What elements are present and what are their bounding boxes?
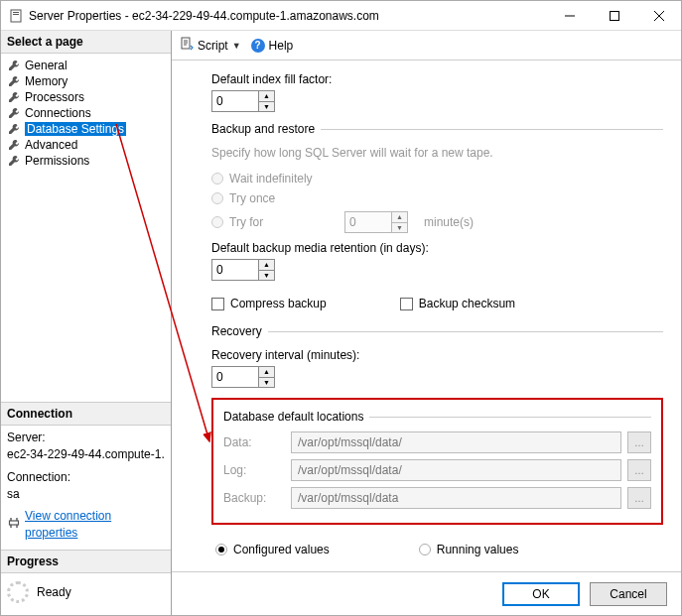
connection-header: Connection bbox=[1, 403, 171, 426]
close-button[interactable] bbox=[636, 1, 681, 30]
help-button[interactable]: ? Help bbox=[251, 39, 294, 53]
try-for-label: Try for bbox=[229, 215, 339, 229]
fill-factor-label: Default index fill factor: bbox=[211, 72, 663, 86]
page-label: Permissions bbox=[25, 154, 89, 168]
left-panel: Select a page General Memory Processors … bbox=[1, 31, 172, 615]
server-label: Server: bbox=[7, 430, 165, 446]
page-item-connections[interactable]: Connections bbox=[3, 105, 169, 121]
page-label: Memory bbox=[25, 74, 68, 88]
page-item-processors[interactable]: Processors bbox=[3, 89, 169, 105]
spin-up[interactable]: ▲ bbox=[259, 367, 274, 378]
window-title: Server Properties - ec2-34-229-49-44.com… bbox=[29, 9, 547, 23]
page-label: Processors bbox=[25, 90, 84, 104]
recovery-header: Recovery bbox=[211, 324, 262, 338]
fill-factor-input[interactable] bbox=[212, 91, 258, 111]
log-browse-button[interactable]: … bbox=[627, 459, 651, 481]
page-item-permissions[interactable]: Permissions bbox=[3, 153, 169, 169]
configured-values-radio[interactable] bbox=[215, 544, 227, 555]
backup-path-label: Backup: bbox=[223, 491, 285, 505]
backup-path-input[interactable]: /var/opt/mssql/data bbox=[291, 487, 621, 509]
window: Server Properties - ec2-34-229-49-44.com… bbox=[0, 0, 682, 616]
view-connection-properties-link[interactable]: View connection properties bbox=[7, 508, 165, 542]
spin-up[interactable]: ▲ bbox=[259, 260, 274, 271]
database-default-locations-highlight: Database default locations Data: /var/op… bbox=[211, 398, 663, 525]
page-list: General Memory Processors Connections Da… bbox=[1, 54, 171, 173]
titlebar: Server Properties - ec2-34-229-49-44.com… bbox=[1, 1, 681, 31]
chevron-down-icon: ▼ bbox=[232, 41, 241, 51]
spin-up: ▲ bbox=[392, 212, 407, 223]
data-browse-button[interactable]: … bbox=[627, 431, 651, 453]
wrench-icon bbox=[7, 154, 21, 168]
wrench-icon bbox=[7, 122, 21, 136]
fill-factor-spinner[interactable]: ▲▼ bbox=[211, 90, 275, 112]
wrench-icon bbox=[7, 138, 21, 152]
page-label: Connections bbox=[25, 106, 91, 120]
help-label: Help bbox=[269, 39, 294, 53]
media-retention-spinner[interactable]: ▲▼ bbox=[211, 259, 275, 281]
ok-button[interactable]: OK bbox=[502, 582, 580, 606]
db-locations-header: Database default locations bbox=[223, 410, 363, 424]
window-buttons bbox=[547, 1, 681, 30]
recovery-interval-label: Recovery interval (minutes): bbox=[211, 348, 663, 362]
svg-rect-7 bbox=[10, 521, 19, 525]
page-item-general[interactable]: General bbox=[3, 58, 169, 73]
server-value: ec2-34-229-49-44.compute-1.ama bbox=[7, 446, 165, 463]
progress-ring-icon bbox=[7, 581, 29, 603]
page-label: Advanced bbox=[25, 138, 77, 152]
connection-label: Connection: bbox=[7, 469, 165, 486]
toolbar: Script ▼ ? Help bbox=[172, 31, 681, 61]
data-path-input[interactable]: /var/opt/mssql/data/ bbox=[291, 431, 621, 453]
page-item-memory[interactable]: Memory bbox=[3, 73, 169, 89]
cancel-button[interactable]: Cancel bbox=[590, 582, 667, 606]
recovery-interval-input[interactable] bbox=[212, 367, 258, 387]
log-label: Log: bbox=[223, 463, 285, 477]
connection-value: sa bbox=[7, 486, 165, 503]
help-icon: ? bbox=[251, 39, 265, 53]
connection-icon bbox=[7, 516, 21, 535]
wait-indefinitely-radio bbox=[211, 173, 223, 185]
server-icon bbox=[9, 9, 23, 23]
media-retention-input[interactable] bbox=[212, 260, 258, 280]
progress-header: Progress bbox=[1, 551, 171, 573]
page-label: General bbox=[25, 59, 68, 72]
compress-backup-checkbox[interactable] bbox=[211, 298, 224, 310]
running-values-radio[interactable] bbox=[419, 544, 431, 555]
connection-panel: Connection Server: ec2-34-229-49-44.comp… bbox=[1, 402, 171, 550]
page-label: Database Settings bbox=[25, 122, 126, 136]
page-item-advanced[interactable]: Advanced bbox=[3, 137, 169, 153]
script-label: Script bbox=[198, 39, 228, 53]
page-item-database-settings[interactable]: Database Settings bbox=[3, 121, 169, 137]
backup-browse-button[interactable]: … bbox=[627, 487, 651, 509]
backup-restore-header: Backup and restore bbox=[211, 122, 315, 136]
script-button[interactable]: Script ▼ bbox=[180, 37, 241, 54]
select-page-header: Select a page bbox=[1, 31, 171, 54]
wrench-icon bbox=[7, 74, 21, 88]
data-label: Data: bbox=[223, 435, 285, 449]
compress-backup-label: Compress backup bbox=[230, 297, 327, 310]
wait-indefinitely-label: Wait indefinitely bbox=[229, 172, 313, 185]
wrench-icon bbox=[7, 90, 21, 104]
configured-values-label: Configured values bbox=[233, 543, 330, 556]
spin-down[interactable]: ▼ bbox=[259, 102, 274, 112]
try-once-label: Try once bbox=[229, 191, 275, 205]
svg-rect-4 bbox=[610, 11, 618, 20]
recovery-interval-spinner[interactable]: ▲▼ bbox=[211, 366, 275, 388]
view-connection-properties-text: View connection properties bbox=[25, 508, 165, 542]
try-for-input bbox=[345, 212, 391, 232]
backup-checksum-checkbox[interactable] bbox=[400, 298, 413, 310]
log-path-input[interactable]: /var/opt/mssql/data/ bbox=[291, 459, 621, 481]
spin-up[interactable]: ▲ bbox=[259, 91, 274, 102]
try-for-spinner: ▲▼ bbox=[344, 211, 408, 233]
button-bar: OK Cancel bbox=[172, 571, 681, 615]
running-values-label: Running values bbox=[437, 543, 519, 556]
wrench-icon bbox=[7, 106, 21, 120]
wrench-icon bbox=[7, 59, 21, 72]
spin-down[interactable]: ▼ bbox=[259, 378, 274, 388]
progress-panel: Progress Ready bbox=[1, 550, 171, 615]
svg-rect-1 bbox=[13, 12, 19, 13]
maximize-button[interactable] bbox=[592, 1, 636, 30]
spin-down[interactable]: ▼ bbox=[259, 271, 274, 281]
try-once-radio bbox=[211, 192, 223, 204]
svg-rect-2 bbox=[13, 14, 19, 15]
minimize-button[interactable] bbox=[547, 1, 592, 30]
